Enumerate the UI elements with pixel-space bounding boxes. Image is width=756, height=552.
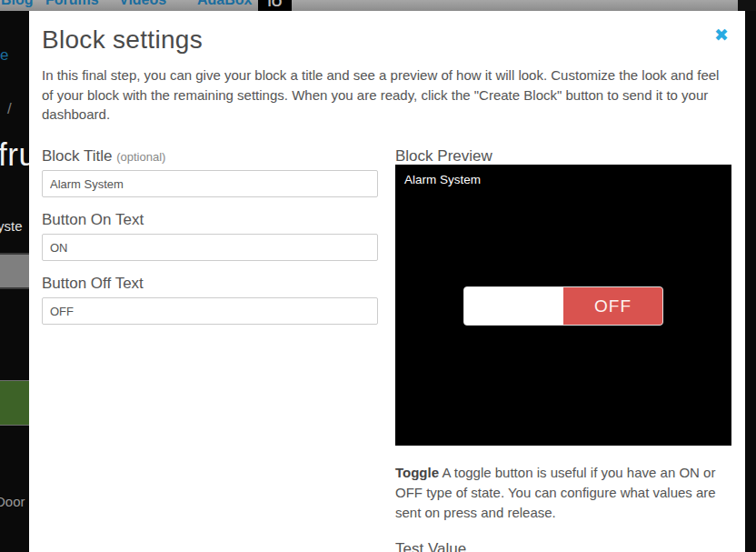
nav-link-blog[interactable]: Blog: [1, 0, 34, 8]
bg-link-fragment: e: [0, 46, 8, 65]
nav-link-adabox[interactable]: AdaBox: [197, 0, 252, 8]
nav-link-videos[interactable]: Videos: [119, 0, 166, 8]
toggle-help-body: A toggle button is useful if you have an…: [395, 465, 716, 520]
bg-green-button-fragment: [0, 380, 29, 426]
button-off-text-input[interactable]: [42, 297, 378, 325]
modal-title: Block settings: [42, 25, 203, 55]
block-title-optional-hint: (optional): [116, 150, 165, 164]
block-settings-modal: Block settings ✖ In this final step, you…: [29, 11, 745, 552]
block-preview-panel: Alarm System OFF: [395, 165, 731, 446]
toggle-on-side[interactable]: [464, 287, 563, 325]
button-off-text-label: Button Off Text: [42, 275, 144, 293]
close-icon[interactable]: ✖: [714, 25, 729, 45]
toggle-help-text: Toggle A toggle button is useful if you …: [395, 463, 735, 523]
preview-block-title: Alarm System: [404, 173, 481, 186]
bg-gray-toolbar-fragment: [0, 253, 29, 289]
block-preview-label: Block Preview: [395, 147, 492, 166]
top-navigation-bar: Blog Forums Videos AdaBox IO: [0, 0, 738, 11]
block-title-label: Block Title (optional): [42, 147, 165, 166]
block-title-input[interactable]: [42, 170, 378, 197]
nav-tab-io-active[interactable]: IO: [258, 0, 292, 11]
bg-door-label-fragment: Door: [0, 494, 25, 509]
modal-description: In this final step, you can give your bl…: [42, 65, 731, 125]
nav-link-forums[interactable]: Forums: [45, 0, 99, 8]
preview-toggle-button[interactable]: OFF: [463, 286, 663, 326]
toggle-help-term: Toggle: [395, 465, 439, 480]
bg-breadcrumb-slash: /: [7, 100, 12, 118]
button-on-text-input[interactable]: [42, 234, 378, 261]
nav-right-dark-area: [738, 0, 756, 11]
button-on-text-label: Button On Text: [42, 211, 144, 229]
page-background: Blog Forums Videos AdaBox IO e / fru yst…: [0, 0, 756, 552]
bg-subtext-fragment: yste: [0, 218, 23, 234]
test-value-label: Test Value: [395, 540, 466, 552]
toggle-off-side[interactable]: OFF: [563, 287, 662, 325]
block-title-label-text: Block Title: [42, 147, 112, 165]
